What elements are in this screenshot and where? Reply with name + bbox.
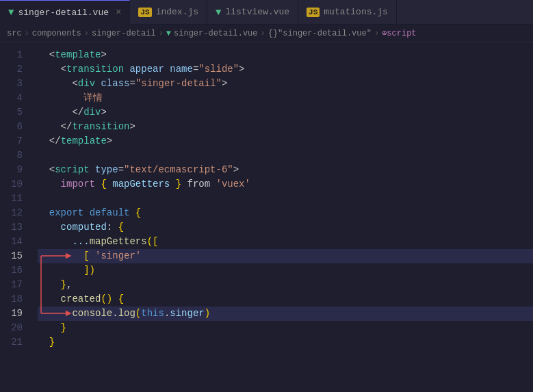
vue-icon: ▼ — [8, 7, 14, 18]
code-line-7: </template> — [38, 134, 533, 148]
line-num-18: 18 — [0, 292, 23, 306]
line-num-7: 7 — [0, 134, 23, 148]
tab-index-js[interactable]: JS index.js — [130, 0, 207, 25]
code-line-2: <transition appear name="slide"> — [38, 62, 533, 77]
line-num-5: 5 — [0, 105, 23, 120]
js-icon: JS — [307, 8, 320, 17]
tab-mutations-js[interactable]: JS mutations.js — [298, 0, 397, 25]
code-line-12: export default { — [38, 206, 533, 220]
line-num-20: 20 — [0, 321, 23, 335]
code-line-20: } — [38, 321, 533, 335]
line-num-11: 11 — [0, 192, 23, 206]
code-line-8 — [38, 148, 533, 163]
breadcrumb-obj: {}"singer-detail.vue" — [268, 29, 372, 38]
line-num-8: 8 — [0, 148, 23, 163]
js-icon: JS — [138, 8, 151, 17]
code-line-6: </transition> — [38, 120, 533, 134]
line-num-19: 19 — [0, 306, 23, 321]
breadcrumb-vue-icon: ▼ — [166, 29, 171, 38]
breadcrumb-singer-detail: singer-detail — [92, 29, 156, 38]
tab-singer-detail-vue[interactable]: ▼ singer-detail.vue × — [0, 0, 130, 25]
line-num-16: 16 — [0, 263, 23, 278]
code-line-14: ...mapGetters([ — [38, 235, 533, 249]
line-num-14: 14 — [0, 235, 23, 249]
code-line-16: ]) — [38, 263, 533, 278]
tab-label: mutations.js — [324, 7, 388, 17]
breadcrumb-script: ⊕script — [382, 28, 416, 38]
tab-listview-vue[interactable]: ▼ listview.vue — [207, 0, 298, 25]
breadcrumb: src › components › singer-detail › ▼ sin… — [0, 25, 533, 42]
tab-label: index.js — [156, 7, 198, 17]
code-content[interactable]: <template> <transition appear name="slid… — [31, 42, 533, 392]
editor-area: 1 2 3 4 5 6 7 8 9 10 11 12 13 14 15 16 1… — [0, 42, 533, 392]
breadcrumb-components: components — [32, 29, 81, 38]
code-line-13: computed: { — [38, 220, 533, 235]
code-line-18: created() { — [38, 292, 533, 306]
tab-bar: ▼ singer-detail.vue × JS index.js ▼ list… — [0, 0, 533, 25]
line-num-4: 4 — [0, 91, 23, 105]
code-line-4: 详情 — [38, 91, 533, 105]
code-line-11 — [38, 192, 533, 206]
tab-close-button[interactable]: × — [116, 7, 121, 18]
line-num-12: 12 — [0, 206, 23, 220]
code-line-3: <div class="singer-detail"> — [38, 77, 533, 91]
line-numbers: 1 2 3 4 5 6 7 8 9 10 11 12 13 14 15 16 1… — [0, 42, 31, 392]
code-line-5: </div> — [38, 105, 533, 120]
breadcrumb-src: src — [7, 29, 22, 38]
line-num-9: 9 — [0, 163, 23, 177]
line-num-15: 15 — [0, 249, 23, 263]
code-line-15: [ 'singer' — [38, 249, 533, 263]
code-line-17: }, — [38, 278, 533, 292]
line-num-13: 13 — [0, 220, 23, 235]
code-line-21: } — [38, 335, 533, 350]
line-num-1: 1 — [0, 48, 23, 62]
line-num-2: 2 — [0, 62, 23, 77]
vue-icon: ▼ — [216, 7, 221, 18]
line-num-17: 17 — [0, 278, 23, 292]
code-line-1: <template> — [38, 48, 533, 62]
line-num-21: 21 — [0, 335, 23, 350]
tab-label: singer-detail.vue — [18, 8, 109, 18]
breadcrumb-file: singer-detail.vue — [174, 29, 257, 38]
code-line-10: import { mapGetters } from 'vuex' — [38, 177, 533, 192]
code-line-19: console.log(this.singer) — [38, 306, 533, 321]
line-num-3: 3 — [0, 77, 23, 91]
tab-label: listview.vue — [225, 7, 289, 17]
line-num-6: 6 — [0, 120, 23, 134]
line-num-10: 10 — [0, 177, 23, 192]
code-line-9: <script type="text/ecmascript-6"> — [38, 163, 533, 177]
